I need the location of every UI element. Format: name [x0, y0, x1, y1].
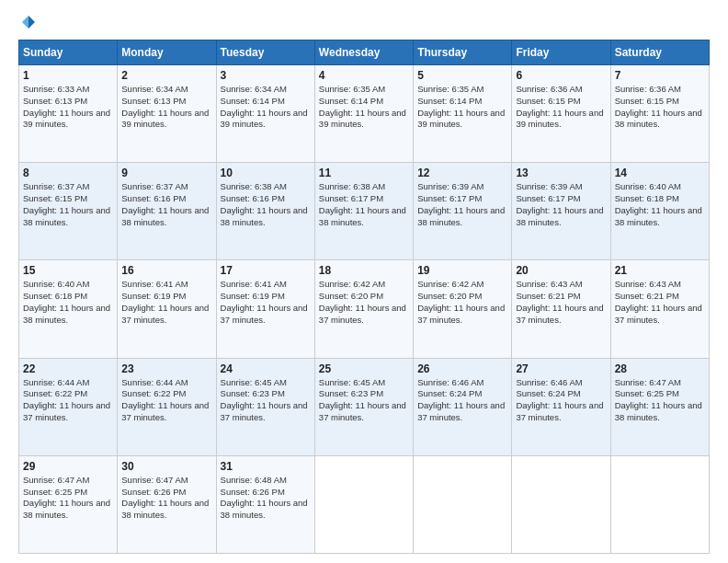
calendar-cell: 21 Sunrise: 6:43 AMSunset: 6:21 PMDaylig…	[610, 260, 709, 358]
day-number: 22	[23, 362, 113, 375]
week-row-2: 8 Sunrise: 6:37 AMSunset: 6:15 PMDayligh…	[19, 163, 710, 260]
day-number: 7	[615, 69, 705, 82]
cell-content: Sunrise: 6:44 AMSunset: 6:22 PMDaylight:…	[23, 377, 110, 422]
weekday-header-saturday: Saturday	[610, 40, 709, 65]
day-number: 20	[516, 264, 606, 277]
weekday-header-wednesday: Wednesday	[314, 40, 413, 65]
day-number: 17	[221, 264, 311, 277]
calendar-table: SundayMondayTuesdayWednesdayThursdayFrid…	[18, 40, 710, 554]
day-number: 3	[221, 69, 311, 82]
weekday-header-friday: Friday	[512, 40, 610, 65]
calendar-cell: 1 Sunrise: 6:33 AMSunset: 6:13 PMDayligh…	[19, 65, 118, 163]
day-number: 28	[615, 362, 705, 375]
svg-marker-1	[22, 16, 28, 29]
day-number: 12	[417, 167, 507, 179]
weekday-header-thursday: Thursday	[414, 40, 512, 65]
cell-content: Sunrise: 6:47 AMSunset: 6:25 PMDaylight:…	[23, 475, 110, 520]
calendar-cell: 9 Sunrise: 6:37 AMSunset: 6:16 PMDayligh…	[118, 163, 216, 260]
calendar-header: SundayMondayTuesdayWednesdayThursdayFrid…	[19, 40, 710, 65]
logo	[18, 14, 37, 30]
calendar-cell: 31 Sunrise: 6:48 AMSunset: 6:26 PMDaylig…	[216, 455, 314, 553]
calendar-cell: 29 Sunrise: 6:47 AMSunset: 6:25 PMDaylig…	[19, 455, 118, 553]
day-number: 10	[221, 167, 311, 179]
day-number: 11	[319, 167, 409, 179]
calendar-cell: 12 Sunrise: 6:39 AMSunset: 6:17 PMDaylig…	[414, 163, 512, 260]
day-number: 26	[417, 362, 507, 375]
calendar-cell: 6 Sunrise: 6:36 AMSunset: 6:15 PMDayligh…	[512, 65, 610, 163]
calendar-cell: 20 Sunrise: 6:43 AMSunset: 6:21 PMDaylig…	[512, 260, 610, 358]
cell-content: Sunrise: 6:38 AMSunset: 6:16 PMDaylight:…	[221, 181, 308, 226]
cell-content: Sunrise: 6:40 AMSunset: 6:18 PMDaylight:…	[23, 279, 110, 324]
cell-content: Sunrise: 6:47 AMSunset: 6:26 PMDaylight:…	[121, 475, 209, 520]
cell-content: Sunrise: 6:36 AMSunset: 6:15 PMDaylight:…	[615, 84, 702, 129]
day-number: 14	[615, 167, 705, 179]
day-number: 30	[121, 460, 211, 473]
week-row-3: 15 Sunrise: 6:40 AMSunset: 6:18 PMDaylig…	[19, 260, 710, 358]
day-number: 4	[319, 69, 409, 82]
day-number: 24	[221, 362, 311, 375]
calendar-cell: 28 Sunrise: 6:47 AMSunset: 6:25 PMDaylig…	[610, 358, 709, 455]
calendar-cell: 3 Sunrise: 6:34 AMSunset: 6:14 PMDayligh…	[216, 65, 314, 163]
calendar-cell: 7 Sunrise: 6:36 AMSunset: 6:15 PMDayligh…	[610, 65, 709, 163]
cell-content: Sunrise: 6:41 AMSunset: 6:19 PMDaylight:…	[121, 279, 209, 324]
day-number: 2	[121, 69, 211, 82]
svg-marker-0	[28, 16, 35, 29]
header	[18, 14, 710, 30]
day-number: 1	[23, 69, 113, 82]
page: SundayMondayTuesdayWednesdayThursdayFrid…	[0, 0, 728, 563]
cell-content: Sunrise: 6:42 AMSunset: 6:20 PMDaylight:…	[319, 279, 406, 324]
calendar-cell: 25 Sunrise: 6:45 AMSunset: 6:23 PMDaylig…	[314, 358, 413, 455]
day-number: 6	[516, 69, 606, 82]
day-number: 29	[23, 460, 113, 473]
cell-content: Sunrise: 6:33 AMSunset: 6:13 PMDaylight:…	[23, 84, 110, 129]
day-number: 5	[417, 69, 507, 82]
cell-content: Sunrise: 6:43 AMSunset: 6:21 PMDaylight:…	[516, 279, 603, 324]
calendar-cell: 5 Sunrise: 6:35 AMSunset: 6:14 PMDayligh…	[414, 65, 512, 163]
calendar-cell: 19 Sunrise: 6:42 AMSunset: 6:20 PMDaylig…	[414, 260, 512, 358]
cell-content: Sunrise: 6:39 AMSunset: 6:17 PMDaylight:…	[516, 181, 603, 226]
cell-content: Sunrise: 6:37 AMSunset: 6:16 PMDaylight:…	[121, 181, 209, 226]
calendar-cell	[610, 455, 709, 553]
calendar-cell: 13 Sunrise: 6:39 AMSunset: 6:17 PMDaylig…	[512, 163, 610, 260]
calendar-cell: 23 Sunrise: 6:44 AMSunset: 6:22 PMDaylig…	[118, 358, 216, 455]
day-number: 18	[319, 264, 409, 277]
calendar-cell: 18 Sunrise: 6:42 AMSunset: 6:20 PMDaylig…	[314, 260, 413, 358]
calendar-cell: 11 Sunrise: 6:38 AMSunset: 6:17 PMDaylig…	[314, 163, 413, 260]
cell-content: Sunrise: 6:45 AMSunset: 6:23 PMDaylight:…	[221, 377, 308, 422]
calendar-cell: 4 Sunrise: 6:35 AMSunset: 6:14 PMDayligh…	[314, 65, 413, 163]
day-number: 9	[121, 167, 211, 179]
day-number: 23	[121, 362, 211, 375]
calendar-cell: 15 Sunrise: 6:40 AMSunset: 6:18 PMDaylig…	[19, 260, 118, 358]
day-number: 15	[23, 264, 113, 277]
cell-content: Sunrise: 6:34 AMSunset: 6:14 PMDaylight:…	[221, 84, 308, 129]
cell-content: Sunrise: 6:34 AMSunset: 6:13 PMDaylight:…	[121, 84, 209, 129]
calendar-cell: 10 Sunrise: 6:38 AMSunset: 6:16 PMDaylig…	[216, 163, 314, 260]
cell-content: Sunrise: 6:37 AMSunset: 6:15 PMDaylight:…	[23, 181, 110, 226]
weekday-header-monday: Monday	[118, 40, 216, 65]
day-number: 13	[516, 167, 606, 179]
cell-content: Sunrise: 6:36 AMSunset: 6:15 PMDaylight:…	[516, 84, 603, 129]
calendar-cell: 26 Sunrise: 6:46 AMSunset: 6:24 PMDaylig…	[414, 358, 512, 455]
cell-content: Sunrise: 6:43 AMSunset: 6:21 PMDaylight:…	[615, 279, 702, 324]
cell-content: Sunrise: 6:44 AMSunset: 6:22 PMDaylight:…	[121, 377, 209, 422]
week-row-4: 22 Sunrise: 6:44 AMSunset: 6:22 PMDaylig…	[19, 358, 710, 455]
calendar-cell: 14 Sunrise: 6:40 AMSunset: 6:18 PMDaylig…	[610, 163, 709, 260]
cell-content: Sunrise: 6:38 AMSunset: 6:17 PMDaylight:…	[319, 181, 406, 226]
calendar-cell	[414, 455, 512, 553]
day-number: 31	[221, 460, 311, 473]
cell-content: Sunrise: 6:35 AMSunset: 6:14 PMDaylight:…	[417, 84, 505, 129]
calendar-cell: 17 Sunrise: 6:41 AMSunset: 6:19 PMDaylig…	[216, 260, 314, 358]
cell-content: Sunrise: 6:45 AMSunset: 6:23 PMDaylight:…	[319, 377, 406, 422]
calendar-cell	[314, 455, 413, 553]
calendar-cell: 22 Sunrise: 6:44 AMSunset: 6:22 PMDaylig…	[19, 358, 118, 455]
cell-content: Sunrise: 6:42 AMSunset: 6:20 PMDaylight:…	[417, 279, 505, 324]
calendar-cell: 27 Sunrise: 6:46 AMSunset: 6:24 PMDaylig…	[512, 358, 610, 455]
calendar-cell: 16 Sunrise: 6:41 AMSunset: 6:19 PMDaylig…	[118, 260, 216, 358]
week-row-1: 1 Sunrise: 6:33 AMSunset: 6:13 PMDayligh…	[19, 65, 710, 163]
cell-content: Sunrise: 6:35 AMSunset: 6:14 PMDaylight:…	[319, 84, 406, 129]
day-number: 16	[121, 264, 211, 277]
weekday-header-tuesday: Tuesday	[216, 40, 314, 65]
calendar-cell	[512, 455, 610, 553]
calendar-cell: 24 Sunrise: 6:45 AMSunset: 6:23 PMDaylig…	[216, 358, 314, 455]
cell-content: Sunrise: 6:40 AMSunset: 6:18 PMDaylight:…	[615, 181, 702, 226]
